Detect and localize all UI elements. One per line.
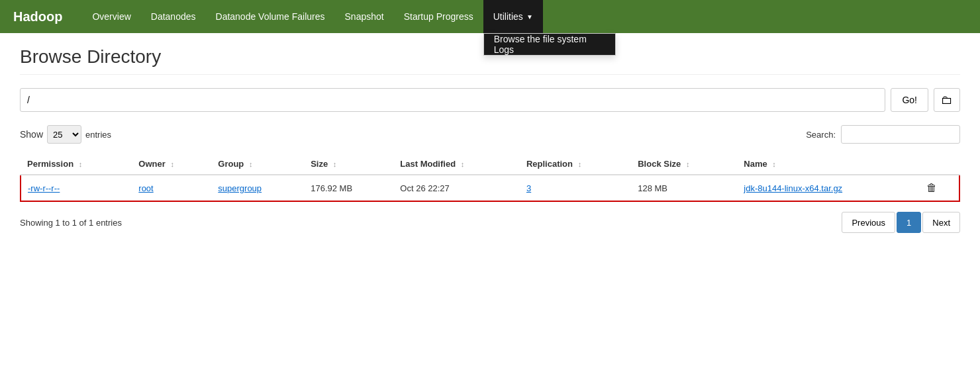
nav-item-utilities[interactable]: Utilities ▼ Browse the file system Logs: [483, 0, 543, 33]
go-button[interactable]: Go!: [891, 88, 928, 112]
folder-button[interactable]: 🗀: [934, 88, 960, 112]
nav-item-overview[interactable]: Overview: [82, 0, 140, 33]
col-size[interactable]: Size ↕: [304, 154, 393, 175]
previous-button[interactable]: Previous: [842, 212, 895, 233]
showing-text: Showing 1 to 1 of 1 entries: [20, 218, 122, 228]
sort-lastmod-icon: ↕: [461, 160, 465, 168]
col-actions: [920, 154, 959, 175]
sort-size-icon: ↕: [333, 160, 337, 168]
sort-replication-icon: ↕: [578, 160, 582, 168]
search-label: Search:: [806, 130, 836, 140]
cell-delete: 🗑: [920, 175, 959, 201]
group-link[interactable]: supergroup: [218, 183, 262, 193]
next-button[interactable]: Next: [922, 212, 960, 233]
brand: Hadoop: [7, 9, 69, 24]
sort-group-icon: ↕: [249, 160, 253, 168]
entries-select[interactable]: 10 25 50 100: [47, 125, 81, 144]
nav-link-startup-progress[interactable]: Startup Progress: [394, 0, 483, 33]
cell-replication: 3: [520, 175, 631, 201]
nav-links: Overview Datanodes Datanode Volume Failu…: [82, 0, 542, 33]
nav-link-utilities[interactable]: Utilities ▼: [483, 0, 543, 33]
table-header: Permission ↕ Owner ↕ Group ↕ Size ↕ Last…: [21, 154, 959, 175]
table-header-row: Permission ↕ Owner ↕ Group ↕ Size ↕ Last…: [21, 154, 959, 175]
replication-link[interactable]: 3: [526, 183, 531, 193]
path-row: Go! 🗀: [20, 88, 960, 112]
entries-left: Show 10 25 50 100 entries: [20, 125, 111, 144]
col-block-size[interactable]: Block Size ↕: [631, 154, 737, 175]
sort-owner-icon: ↕: [170, 160, 174, 168]
cell-block-size: 128 MB: [631, 175, 737, 201]
utilities-caret-icon: ▼: [526, 13, 533, 21]
entries-label: entries: [85, 130, 111, 140]
col-name[interactable]: Name ↕: [737, 154, 919, 175]
cell-name: jdk-8u144-linux-x64.tar.gz: [737, 175, 919, 201]
nav-link-snapshot[interactable]: Snapshot: [335, 0, 394, 33]
utilities-dropdown: Browse the file system Logs: [483, 33, 616, 56]
nav-link-datanodes[interactable]: Datanodes: [141, 0, 206, 33]
page-1-button[interactable]: 1: [897, 212, 921, 233]
sort-permission-icon: ↕: [79, 160, 83, 168]
pagination-controls: Previous 1 Next: [842, 212, 960, 233]
nav-item-datanodes[interactable]: Datanodes: [141, 0, 206, 33]
cell-permission: -rw-r--r--: [21, 175, 132, 201]
sort-blocksize-icon: ↕: [686, 160, 690, 168]
cell-size: 176.92 MB: [304, 175, 393, 201]
folder-icon: 🗀: [941, 93, 953, 107]
table-row: -rw-r--r-- root supergroup 176.92 MB Oct…: [21, 175, 959, 201]
col-permission[interactable]: Permission ↕: [21, 154, 132, 175]
dropdown-item-browse-filesystem[interactable]: Browse the file system: [484, 34, 615, 44]
permission-link[interactable]: -rw-r--r--: [28, 183, 60, 193]
nav-link-overview[interactable]: Overview: [82, 0, 140, 33]
entries-row: Show 10 25 50 100 entries Search:: [20, 125, 960, 144]
directory-table: Permission ↕ Owner ↕ Group ↕ Size ↕ Last…: [20, 154, 960, 202]
search-row: Search:: [806, 125, 960, 144]
navbar: Hadoop Overview Datanodes Datanode Volum…: [0, 0, 980, 33]
nav-item-snapshot[interactable]: Snapshot: [335, 0, 394, 33]
nav-item-startup-progress[interactable]: Startup Progress: [394, 0, 483, 33]
sort-name-icon: ↕: [772, 160, 776, 168]
table-body: -rw-r--r-- root supergroup 176.92 MB Oct…: [21, 175, 959, 201]
path-input[interactable]: [20, 88, 885, 112]
cell-group: supergroup: [211, 175, 304, 201]
pagination-row: Showing 1 to 1 of 1 entries Previous 1 N…: [20, 212, 960, 233]
show-label: Show: [20, 129, 43, 140]
delete-icon[interactable]: 🗑: [926, 182, 937, 193]
page-content: Browse Directory Go! 🗀 Show 10 25 50 100…: [0, 33, 980, 246]
search-input[interactable]: [841, 125, 960, 144]
col-last-modified[interactable]: Last Modified ↕: [393, 154, 520, 175]
dropdown-item-logs[interactable]: Logs: [484, 44, 615, 55]
cell-last-modified: Oct 26 22:27: [393, 175, 520, 201]
col-replication[interactable]: Replication ↕: [520, 154, 631, 175]
owner-link[interactable]: root: [138, 183, 153, 193]
nav-item-datanode-volume-failures[interactable]: Datanode Volume Failures: [206, 0, 335, 33]
col-owner[interactable]: Owner ↕: [132, 154, 211, 175]
cell-owner: root: [132, 175, 211, 201]
name-link[interactable]: jdk-8u144-linux-x64.tar.gz: [744, 183, 842, 193]
nav-link-datanode-volume-failures[interactable]: Datanode Volume Failures: [206, 0, 335, 33]
col-group[interactable]: Group ↕: [211, 154, 304, 175]
